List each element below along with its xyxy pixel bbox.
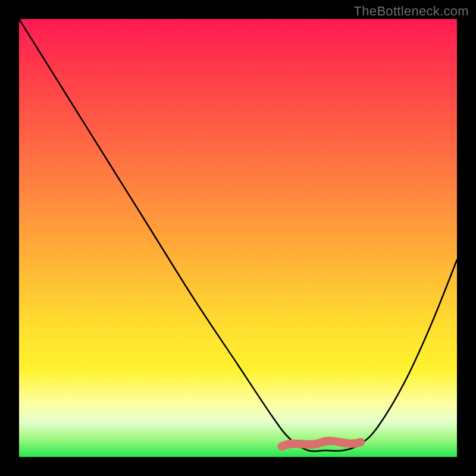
watermark-text: TheBottleneck.com	[354, 4, 469, 19]
highlight-band	[282, 441, 361, 446]
plot-area	[19, 19, 457, 457]
curve-overlay	[19, 19, 457, 457]
bottleneck-curve	[19, 19, 457, 451]
chart-outer-frame: TheBottleneck.com	[0, 0, 476, 476]
